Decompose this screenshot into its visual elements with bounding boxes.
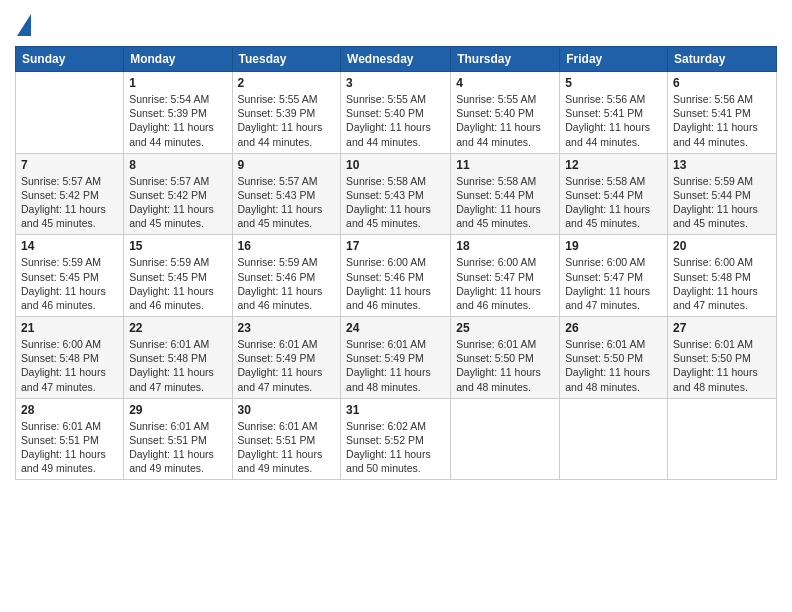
calendar-cell: 27Sunrise: 6:01 AMSunset: 5:50 PMDayligh…: [668, 317, 777, 399]
calendar-cell: 3Sunrise: 5:55 AMSunset: 5:40 PMDaylight…: [341, 72, 451, 154]
logo-icon: [17, 14, 31, 36]
calendar-cell: 31Sunrise: 6:02 AMSunset: 5:52 PMDayligh…: [341, 398, 451, 480]
cell-details: Sunrise: 6:01 AMSunset: 5:49 PMDaylight:…: [346, 337, 445, 394]
calendar-cell: 2Sunrise: 5:55 AMSunset: 5:39 PMDaylight…: [232, 72, 341, 154]
cell-details: Sunrise: 6:01 AMSunset: 5:50 PMDaylight:…: [673, 337, 771, 394]
calendar-cell: 5Sunrise: 5:56 AMSunset: 5:41 PMDaylight…: [560, 72, 668, 154]
day-number: 9: [238, 158, 336, 172]
day-number: 18: [456, 239, 554, 253]
day-number: 25: [456, 321, 554, 335]
cell-details: Sunrise: 5:58 AMSunset: 5:44 PMDaylight:…: [456, 174, 554, 231]
week-row-3: 14Sunrise: 5:59 AMSunset: 5:45 PMDayligh…: [16, 235, 777, 317]
day-number: 23: [238, 321, 336, 335]
cell-details: Sunrise: 5:55 AMSunset: 5:39 PMDaylight:…: [238, 92, 336, 149]
cell-details: Sunrise: 5:57 AMSunset: 5:42 PMDaylight:…: [129, 174, 226, 231]
cell-details: Sunrise: 5:59 AMSunset: 5:46 PMDaylight:…: [238, 255, 336, 312]
calendar-cell: [560, 398, 668, 480]
calendar-cell: 7Sunrise: 5:57 AMSunset: 5:42 PMDaylight…: [16, 153, 124, 235]
weekday-friday: Friday: [560, 47, 668, 72]
calendar-cell: 28Sunrise: 6:01 AMSunset: 5:51 PMDayligh…: [16, 398, 124, 480]
cell-details: Sunrise: 5:59 AMSunset: 5:44 PMDaylight:…: [673, 174, 771, 231]
day-number: 31: [346, 403, 445, 417]
calendar-cell: 20Sunrise: 6:00 AMSunset: 5:48 PMDayligh…: [668, 235, 777, 317]
day-number: 3: [346, 76, 445, 90]
day-number: 22: [129, 321, 226, 335]
cell-details: Sunrise: 6:01 AMSunset: 5:51 PMDaylight:…: [21, 419, 118, 476]
calendar-cell: 1Sunrise: 5:54 AMSunset: 5:39 PMDaylight…: [124, 72, 232, 154]
day-number: 2: [238, 76, 336, 90]
cell-details: Sunrise: 5:59 AMSunset: 5:45 PMDaylight:…: [21, 255, 118, 312]
day-number: 11: [456, 158, 554, 172]
day-number: 19: [565, 239, 662, 253]
week-row-2: 7Sunrise: 5:57 AMSunset: 5:42 PMDaylight…: [16, 153, 777, 235]
day-number: 21: [21, 321, 118, 335]
logo: [15, 14, 31, 38]
cell-details: Sunrise: 6:01 AMSunset: 5:50 PMDaylight:…: [456, 337, 554, 394]
cell-details: Sunrise: 6:01 AMSunset: 5:49 PMDaylight:…: [238, 337, 336, 394]
day-number: 24: [346, 321, 445, 335]
day-number: 26: [565, 321, 662, 335]
week-row-1: 1Sunrise: 5:54 AMSunset: 5:39 PMDaylight…: [16, 72, 777, 154]
cell-details: Sunrise: 5:55 AMSunset: 5:40 PMDaylight:…: [456, 92, 554, 149]
calendar-cell: 4Sunrise: 5:55 AMSunset: 5:40 PMDaylight…: [451, 72, 560, 154]
calendar-cell: 22Sunrise: 6:01 AMSunset: 5:48 PMDayligh…: [124, 317, 232, 399]
weekday-sunday: Sunday: [16, 47, 124, 72]
day-number: 14: [21, 239, 118, 253]
week-row-4: 21Sunrise: 6:00 AMSunset: 5:48 PMDayligh…: [16, 317, 777, 399]
cell-details: Sunrise: 5:57 AMSunset: 5:42 PMDaylight:…: [21, 174, 118, 231]
calendar-cell: 14Sunrise: 5:59 AMSunset: 5:45 PMDayligh…: [16, 235, 124, 317]
calendar-cell: 6Sunrise: 5:56 AMSunset: 5:41 PMDaylight…: [668, 72, 777, 154]
cell-details: Sunrise: 5:54 AMSunset: 5:39 PMDaylight:…: [129, 92, 226, 149]
day-number: 20: [673, 239, 771, 253]
weekday-tuesday: Tuesday: [232, 47, 341, 72]
weekday-saturday: Saturday: [668, 47, 777, 72]
cell-details: Sunrise: 6:01 AMSunset: 5:51 PMDaylight:…: [129, 419, 226, 476]
calendar-cell: 30Sunrise: 6:01 AMSunset: 5:51 PMDayligh…: [232, 398, 341, 480]
day-number: 1: [129, 76, 226, 90]
day-number: 8: [129, 158, 226, 172]
calendar-cell: 11Sunrise: 5:58 AMSunset: 5:44 PMDayligh…: [451, 153, 560, 235]
cell-details: Sunrise: 5:57 AMSunset: 5:43 PMDaylight:…: [238, 174, 336, 231]
day-number: 29: [129, 403, 226, 417]
calendar-cell: 21Sunrise: 6:00 AMSunset: 5:48 PMDayligh…: [16, 317, 124, 399]
cell-details: Sunrise: 6:02 AMSunset: 5:52 PMDaylight:…: [346, 419, 445, 476]
cell-details: Sunrise: 5:59 AMSunset: 5:45 PMDaylight:…: [129, 255, 226, 312]
day-number: 10: [346, 158, 445, 172]
day-number: 15: [129, 239, 226, 253]
cell-details: Sunrise: 6:01 AMSunset: 5:48 PMDaylight:…: [129, 337, 226, 394]
calendar-cell: 25Sunrise: 6:01 AMSunset: 5:50 PMDayligh…: [451, 317, 560, 399]
calendar-cell: [668, 398, 777, 480]
calendar-cell: 16Sunrise: 5:59 AMSunset: 5:46 PMDayligh…: [232, 235, 341, 317]
calendar-cell: 9Sunrise: 5:57 AMSunset: 5:43 PMDaylight…: [232, 153, 341, 235]
calendar-cell: 12Sunrise: 5:58 AMSunset: 5:44 PMDayligh…: [560, 153, 668, 235]
day-number: 16: [238, 239, 336, 253]
calendar-cell: 13Sunrise: 5:59 AMSunset: 5:44 PMDayligh…: [668, 153, 777, 235]
day-number: 13: [673, 158, 771, 172]
day-number: 28: [21, 403, 118, 417]
weekday-header-row: SundayMondayTuesdayWednesdayThursdayFrid…: [16, 47, 777, 72]
cell-details: Sunrise: 6:00 AMSunset: 5:47 PMDaylight:…: [456, 255, 554, 312]
cell-details: Sunrise: 6:00 AMSunset: 5:48 PMDaylight:…: [21, 337, 118, 394]
calendar-cell: 8Sunrise: 5:57 AMSunset: 5:42 PMDaylight…: [124, 153, 232, 235]
calendar-cell: [16, 72, 124, 154]
day-number: 27: [673, 321, 771, 335]
day-number: 7: [21, 158, 118, 172]
calendar-table: SundayMondayTuesdayWednesdayThursdayFrid…: [15, 46, 777, 480]
cell-details: Sunrise: 6:00 AMSunset: 5:48 PMDaylight:…: [673, 255, 771, 312]
day-number: 17: [346, 239, 445, 253]
calendar-cell: 15Sunrise: 5:59 AMSunset: 5:45 PMDayligh…: [124, 235, 232, 317]
cell-details: Sunrise: 5:55 AMSunset: 5:40 PMDaylight:…: [346, 92, 445, 149]
calendar-cell: 18Sunrise: 6:00 AMSunset: 5:47 PMDayligh…: [451, 235, 560, 317]
cell-details: Sunrise: 5:56 AMSunset: 5:41 PMDaylight:…: [565, 92, 662, 149]
weekday-wednesday: Wednesday: [341, 47, 451, 72]
weekday-thursday: Thursday: [451, 47, 560, 72]
day-number: 30: [238, 403, 336, 417]
calendar-cell: 23Sunrise: 6:01 AMSunset: 5:49 PMDayligh…: [232, 317, 341, 399]
calendar-cell: 26Sunrise: 6:01 AMSunset: 5:50 PMDayligh…: [560, 317, 668, 399]
day-number: 12: [565, 158, 662, 172]
cell-details: Sunrise: 6:00 AMSunset: 5:46 PMDaylight:…: [346, 255, 445, 312]
calendar-cell: 29Sunrise: 6:01 AMSunset: 5:51 PMDayligh…: [124, 398, 232, 480]
main-container: SundayMondayTuesdayWednesdayThursdayFrid…: [0, 0, 792, 490]
cell-details: Sunrise: 6:01 AMSunset: 5:51 PMDaylight:…: [238, 419, 336, 476]
header: [15, 10, 777, 38]
